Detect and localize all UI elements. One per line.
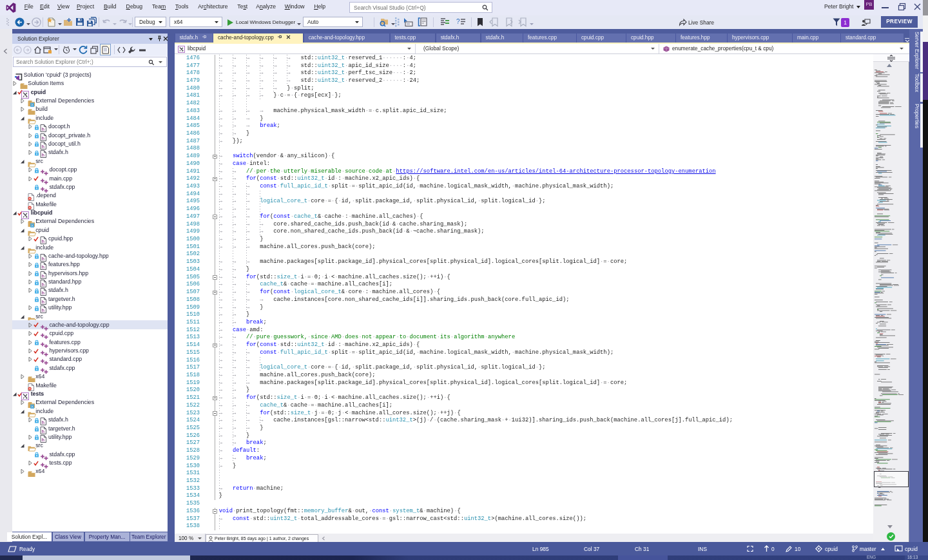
svg-text:?: ? bbox=[456, 18, 460, 25]
